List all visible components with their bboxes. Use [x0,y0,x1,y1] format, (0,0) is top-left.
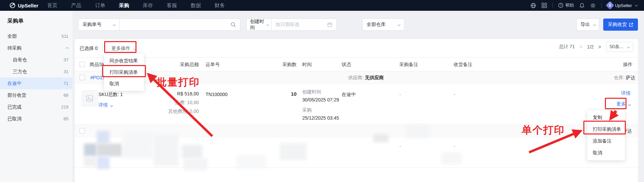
blurred-content [153,134,179,166]
shipping-fee-value: 运费: 10,00 [152,100,199,106]
more-link[interactable]: 更多 [616,101,631,107]
nav-divider [552,3,553,8]
menu-item-copy[interactable]: 复制 [587,112,625,123]
blurred-content [97,156,110,169]
blurred-content [122,131,153,158]
warehouse-select[interactable]: 全部仓库 [362,19,404,31]
menu-item-cancel[interactable]: 取消 [587,147,625,159]
sidebar-item-cancelled[interactable]: 已取消85 [0,113,72,125]
table-toolbar: 已选择 0 更多操作 [79,42,634,55]
detail-link[interactable]: 详情 [621,90,631,96]
page-title: 采购单 [7,18,24,25]
avatar: S [606,1,614,9]
purchase-remark-value: - [399,144,401,149]
date-filter-group: 创建时间 按日期筛选 [246,19,337,31]
created-time-value: 30/05/2025 07:29 [302,97,339,102]
blurred-content [441,152,462,164]
nav-products[interactable]: 产品 [71,2,81,9]
prev-page-button[interactable]: < [580,44,582,50]
purchase-time-label: 采购 [302,107,312,113]
nav-purchase[interactable]: 采购 [119,2,129,9]
apps-grid-icon[interactable] [542,3,547,8]
menu-item-cancel[interactable]: 取消 [104,78,144,89]
chevron-down-icon [593,23,595,26]
more-actions-button[interactable]: 更多操作 [109,43,139,54]
col-time: 时间 [302,62,312,68]
sidebar-item-completed[interactable]: 已完成219 [0,101,72,113]
chevron-down-icon [635,3,638,6]
row-checkbox[interactable] [80,75,85,80]
warehouse-label: 仓库: 萨达 [614,75,635,81]
export-button[interactable]: 导出 [577,19,599,31]
nav-home[interactable]: 首页 [47,2,57,9]
help-button[interactable]: ? 帮助 [558,2,574,8]
chevron-down-icon [267,23,269,26]
sidebar-item-all[interactable]: 全部511 [0,30,72,42]
detail-toggle[interactable]: 详情 [98,102,113,108]
next-page-button[interactable]: > [599,44,601,50]
blurred-content [406,125,430,138]
col-purchase-remark: 采购备注 [399,62,418,68]
nav-service[interactable]: 客服 [167,2,177,9]
po-number-select[interactable]: 采购单号 [79,22,119,28]
menu-item-print-purchase-list[interactable]: 打印采购清单 [104,66,144,78]
menu-item-sync-receive-result[interactable]: 同步收货结果 [104,55,144,66]
blurred-content [182,145,202,158]
sidebar-item-own-warehouse[interactable]: 自有仓37 [0,54,72,66]
settings-gear-icon[interactable] [590,3,596,8]
main-menu: 首页 产品 订单 采购 库存 客服 数据 财务 [47,0,225,11]
nav-finance[interactable]: 财务 [215,2,225,9]
bulk-actions-menu: 同步收货结果 打印采购清单 取消 [104,53,144,91]
sidebar-item-partial-received[interactable]: 部分收货68 [0,89,72,101]
total-count-label: 总计 71 [559,44,575,50]
blurred-content [97,144,122,156]
chevron-up-icon [66,47,69,51]
nav-divider [601,3,602,8]
pagination: 总计 71 < 1/2 > 50条... [559,42,633,52]
menu-item-print-purchase-list[interactable]: 打印采购清单 [587,123,625,135]
purchase-time-value: 25/12/2025 03:45 [302,115,339,121]
sidebar-item-in-transit[interactable]: 在途中71 [0,78,72,89]
chevron-down-icon [628,103,631,106]
top-navbar: UpSeller 首页 产品 订单 采购 库存 客服 数据 财务 ? 帮助 S … [0,0,644,11]
po-number-link[interactable]: #PO17 [90,75,105,80]
blurred-content [184,158,207,170]
page-indicator: 1/2 [587,44,593,50]
logo-text: UpSeller [18,3,38,8]
page-size-select[interactable]: 50条... [606,42,633,52]
nav-orders[interactable]: 订单 [95,2,105,9]
notification-bell-icon[interactable] [579,3,585,8]
external-link-icon [629,23,633,27]
col-total-amount: 采购总额 [161,62,199,68]
search-icon[interactable] [231,22,236,27]
calendar-icon[interactable] [327,22,332,27]
annotation-single-print: 单个打印 [522,123,565,137]
row-checkbox[interactable] [80,128,85,133]
receive-remark-value: - [454,92,455,97]
receive-remark-value: - [454,144,455,149]
search-input[interactable] [120,19,231,30]
help-icon: ? [558,3,563,8]
col-waybill: 运单号 [206,62,220,68]
globe-icon[interactable] [530,3,536,8]
svg-text:?: ? [560,4,562,7]
blurred-content [97,131,110,144]
select-all-checkbox[interactable] [80,62,85,67]
app-logo[interactable]: UpSeller [9,0,38,11]
user-account-menu[interactable]: S UpSeller [607,2,637,8]
total-amount-value: R$ 518,00 [152,91,199,96]
user-name: UpSeller [615,3,632,8]
annotation-batch-print: 批量打印 [157,75,200,89]
nav-inventory[interactable]: 库存 [143,2,153,9]
table-header-row: 商品SKU 采购总额 运单号 采购数 时间 状态 采购备注 收货备注 操作 [75,57,638,71]
sidebar-item-third-party-warehouse[interactable]: 三方仓31 [0,66,72,78]
purchase-receive-button[interactable]: 采购收货 [603,19,638,31]
sidebar: 采购单 全部511 待采购 自有仓37 三方仓31 在途中71 部分收货68 已… [0,11,72,182]
nav-data[interactable]: 数据 [191,2,201,9]
sidebar-item-pending[interactable]: 待采购 [0,42,72,54]
time-type-select[interactable]: 创建时间 [247,19,271,31]
date-range-input[interactable]: 按日期筛选 [272,22,327,28]
purchase-remark-value: - [399,92,401,97]
chevron-down-icon [113,23,116,26]
menu-item-add-remark[interactable]: 添加备注 [587,135,625,147]
